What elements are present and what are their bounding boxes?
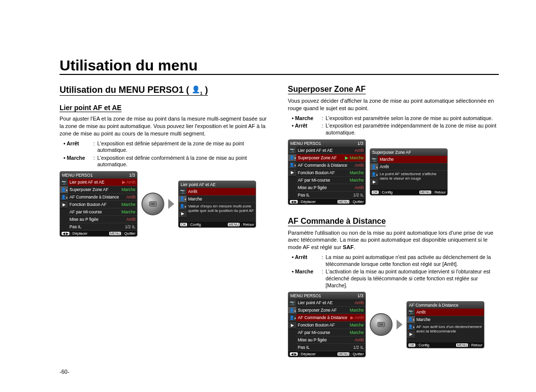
columns: Utilisation du MENU PERSO1 ( 👤1 ) Lier p… [60,85,499,357]
control-dial-icon [370,313,393,336]
body-text: Vous pouvez décider d'afficher la zone d… [288,97,499,112]
subhead-superposer: Superposer Zone AF [288,85,366,94]
screens-row: MENU PERSO11/3 📷👤₁👤₂▶ Lier point AF et A… [288,139,499,205]
subhead-lier-af-ae: Lier point AF et AE [60,104,122,112]
subhead-af-distance: AF Commande à Distance [288,217,386,226]
screens-row: MENU PERSO11/3 📷👤₁👤₂▶ Lier point AF et A… [60,171,270,237]
arrow-icon [168,199,174,209]
control-dial-icon [141,193,164,215]
definition-list: Arrêt:L'exposition est définie séparémen… [64,140,270,169]
menu-screenshot-detail: Lier point AF et AE 📷👤₁👤₂▶ ArrêtMarcheVa… [178,181,256,228]
arrow-icon [397,320,402,329]
screens-row: MENU PERSO11/3 📷👤₁👤₂▶ Lier point AF et A… [288,292,499,357]
definition-list: Marche:L'exposition est paramétrée selon… [292,115,499,136]
menu-screenshot: MENU PERSO11/3 📷👤₁👤₂▶ Lier point AF et A… [60,171,137,237]
menu-screenshot-detail: AF Commande à Distance 📷👤₁👤₂▶ ArrêtMarch… [406,301,484,348]
menu-screenshot: MENU PERSO11/3 📷👤₁👤₂▶ Lier point AF et A… [288,139,366,205]
menu-screenshot: MENU PERSO11/3 📷👤₁👤₂▶ Lier point AF et A… [288,292,366,357]
definition-list: Arrêt:La mise au point automatique n'est… [292,254,499,289]
left-column: Utilisation du MENU PERSO1 ( 👤1 ) Lier p… [60,85,270,357]
person-icon: 👤 [192,85,200,93]
page-title: Utilisation du menu [60,57,499,75]
body-text: Paramètre l'utilisation ou non de la mis… [288,229,499,252]
page: Utilisation du menu Utilisation du MENU … [0,0,536,392]
menu-screenshot-detail: Superposer Zone AF 📷👤₁👤₂▶ MarcheArrêtLe … [370,148,448,196]
right-column: Superposer Zone AF Vous pouvez décider d… [288,85,499,357]
page-number: -60- [60,369,69,375]
body-text: Pour ajuster l'EA et la zone de mise au … [60,115,270,137]
section-heading-left: Utilisation du MENU PERSO1 ( 👤1 ) [60,85,208,96]
